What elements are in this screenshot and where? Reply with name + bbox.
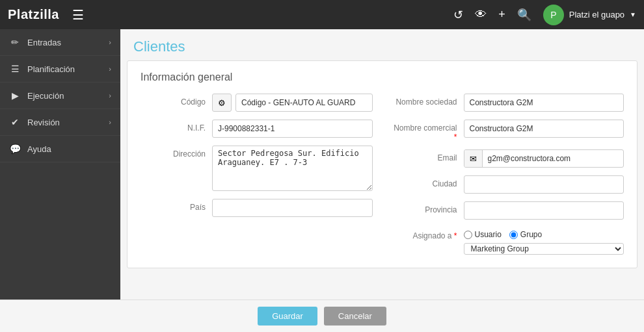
asignado-controls: Usuario Grupo Marketing Group Sales Grou…: [464, 227, 624, 255]
provincia-input[interactable]: [464, 201, 624, 220]
email-group: ✉: [464, 149, 624, 168]
nif-label: N.I.F.: [141, 120, 212, 133]
sidebar-item-label: Revisión: [27, 118, 60, 127]
email-input[interactable]: [483, 151, 624, 166]
usuario-radio-label: Usuario: [475, 230, 502, 239]
nif-input[interactable]: [212, 120, 373, 138]
page-title: Clientes: [133, 38, 631, 55]
chevron-right-icon: ›: [109, 38, 111, 46]
hamburger-icon[interactable]: ☰: [72, 7, 84, 23]
sidebar-item-ayuda[interactable]: 💬 Ayuda: [0, 136, 120, 162]
ayuda-icon: 💬: [9, 144, 21, 154]
username: Platzi el guapo: [569, 10, 624, 19]
provincia-label: Provincia: [392, 201, 464, 214]
email-label: Email: [392, 149, 464, 162]
undo-icon[interactable]: ↺: [453, 8, 463, 22]
avatar: P: [543, 5, 564, 25]
plus-icon[interactable]: +: [498, 8, 505, 21]
direccion-row: Dirección Sector Pedregosa Sur. Edificio…: [141, 146, 373, 191]
ciudad-label: Ciudad: [392, 175, 464, 188]
revision-icon: ✔: [9, 117, 21, 127]
ciudad-row: Ciudad: [392, 175, 624, 194]
section-title: Información general: [141, 71, 624, 83]
planificacion-icon: ☰: [9, 64, 21, 74]
chevron-right-icon: ›: [109, 118, 111, 126]
footer-bar: Guardar Cancelar: [0, 300, 644, 332]
pais-input[interactable]: [212, 199, 373, 217]
sidebar-item-ejecucion[interactable]: ▶ Ejecución ›: [0, 83, 120, 109]
codigo-row: Código ⚙: [141, 94, 373, 112]
nombre-comercial-label: Nombre comercial: [392, 120, 464, 142]
nombre-sociedad-label: Nombre sociedad: [392, 94, 464, 107]
radio-grupo[interactable]: [509, 231, 518, 239]
form-left: Código ⚙ N.I.F.: [141, 94, 373, 255]
cancelar-button[interactable]: Cancelar: [324, 307, 386, 326]
nombre-sociedad-row: Nombre sociedad: [392, 94, 624, 112]
codigo-label: Código: [141, 94, 212, 107]
nif-row: N.I.F.: [141, 120, 373, 138]
main-layout: ✏ Entradas › ☰ Planificación › ▶ Ejecuci…: [0, 29, 644, 300]
grupo-select[interactable]: Marketing Group Sales Group Support Grou…: [464, 243, 624, 255]
content-area: Clientes Información general Código ⚙: [120, 29, 644, 300]
chevron-right-icon: ›: [109, 65, 111, 73]
sidebar-item-label: Planificación: [27, 64, 75, 74]
radio-usuario-label[interactable]: Usuario: [464, 230, 502, 239]
provincia-row: Provincia: [392, 201, 624, 220]
ciudad-input[interactable]: [464, 175, 624, 194]
direccion-input[interactable]: Sector Pedregosa Sur. Edificio Araguaney…: [212, 146, 373, 191]
eye-icon[interactable]: 👁: [475, 8, 487, 21]
app-brand: Platzilla: [8, 7, 59, 22]
codigo-input[interactable]: [235, 94, 373, 112]
caret-down-icon: ▼: [630, 11, 636, 18]
form-grid: Código ⚙ N.I.F.: [141, 94, 624, 255]
guardar-button[interactable]: Guardar: [258, 307, 317, 326]
navbar-icons: ↺ 👁 + 🔍 P Platzi el guapo ▼: [453, 5, 636, 25]
nombre-sociedad-input[interactable]: [464, 94, 624, 112]
direccion-label: Dirección: [141, 146, 212, 159]
user-menu[interactable]: P Platzi el guapo ▼: [543, 5, 636, 25]
sidebar-item-entradas[interactable]: ✏ Entradas ›: [0, 29, 120, 56]
sidebar-item-revision[interactable]: ✔ Revisión ›: [0, 109, 120, 136]
pais-label: País: [141, 199, 212, 212]
codigo-settings-button[interactable]: ⚙: [212, 94, 232, 112]
entradas-icon: ✏: [9, 37, 21, 47]
navbar: Platzilla ☰ ↺ 👁 + 🔍 P Platzi el guapo ▼: [0, 0, 644, 29]
email-icon: ✉: [464, 150, 483, 167]
sidebar-item-planificacion[interactable]: ☰ Planificación ›: [0, 56, 120, 83]
grupo-radio-label: Grupo: [520, 230, 542, 239]
chevron-right-icon: ›: [109, 92, 111, 99]
radio-grupo-label[interactable]: Grupo: [509, 230, 542, 239]
codigo-group: ⚙: [212, 94, 373, 112]
asignado-row: Asignado a Usuario Grupo: [392, 227, 624, 255]
page-header: Clientes: [120, 29, 644, 60]
nombre-comercial-input[interactable]: [464, 120, 624, 138]
form-right: Nombre sociedad Nombre comercial Email: [392, 94, 624, 255]
form-card: Información general Código ⚙: [127, 60, 637, 268]
search-icon[interactable]: 🔍: [517, 8, 531, 22]
gear-icon: ⚙: [218, 98, 226, 108]
sidebar: ✏ Entradas › ☰ Planificación › ▶ Ejecuci…: [0, 29, 120, 300]
sidebar-item-label: Ejecución: [27, 91, 64, 101]
radio-group: Usuario Grupo: [464, 227, 624, 239]
pais-row: País: [141, 199, 373, 217]
nombre-comercial-row: Nombre comercial: [392, 120, 624, 142]
sidebar-item-label: Ayuda: [27, 144, 51, 154]
ejecucion-icon: ▶: [9, 90, 21, 101]
asignado-label: Asignado a: [392, 227, 464, 240]
email-row: Email ✉: [392, 149, 624, 168]
radio-usuario[interactable]: [464, 231, 472, 239]
sidebar-item-label: Entradas: [27, 38, 61, 47]
